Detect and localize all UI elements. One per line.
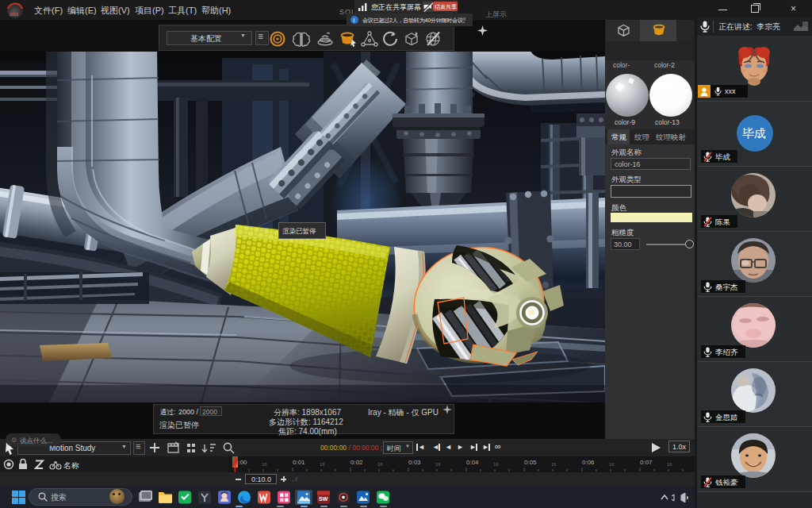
svg-text:SW: SW [319, 496, 328, 502]
svg-text:16: 16 [435, 462, 441, 467]
svg-text:16: 16 [320, 462, 325, 467]
svg-text:16: 16 [667, 462, 672, 467]
svg-text:16: 16 [551, 462, 557, 467]
svg-text:16: 16 [493, 462, 499, 467]
svg-text:16: 16 [262, 462, 267, 467]
svg-text:16: 16 [377, 462, 383, 467]
svg-text:16: 16 [609, 462, 615, 467]
